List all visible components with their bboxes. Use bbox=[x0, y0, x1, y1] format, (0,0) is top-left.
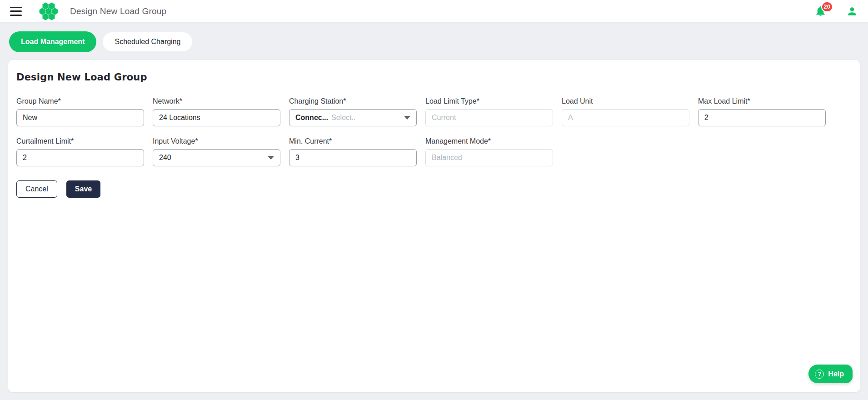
design-load-group-card: Design New Load Group Group Name* Networ… bbox=[8, 60, 860, 392]
page-title: Design New Load Group bbox=[70, 6, 166, 16]
field-label: Max Load Limit* bbox=[698, 97, 826, 105]
selected-station-chip: Connec... bbox=[295, 114, 328, 122]
field-min-current: Min. Current* bbox=[289, 137, 417, 166]
load-group-form: Group Name* Network* Charging Station* C… bbox=[16, 97, 852, 166]
chevron-down-icon bbox=[268, 156, 274, 160]
notifications-button[interactable]: 20 bbox=[814, 5, 827, 18]
hexagon-cluster-logo bbox=[39, 2, 58, 21]
cancel-button[interactable]: Cancel bbox=[16, 180, 57, 198]
notification-count-badge: 20 bbox=[821, 1, 833, 12]
group-name-input[interactable] bbox=[16, 109, 144, 126]
charging-station-select[interactable]: Connec... Select.. bbox=[289, 109, 417, 126]
field-label: Load Unit bbox=[562, 97, 689, 105]
question-mark-icon: ? bbox=[815, 370, 824, 379]
tab-bar: Load Management Scheduled Charging bbox=[0, 23, 868, 52]
card-heading: Design New Load Group bbox=[16, 72, 852, 83]
tab-scheduled-charging[interactable]: Scheduled Charging bbox=[103, 32, 192, 51]
field-load-limit-type: Load Limit Type* bbox=[425, 97, 553, 126]
app-header: Design New Load Group 20 bbox=[0, 0, 868, 23]
form-actions: Cancel Save bbox=[16, 180, 852, 198]
field-label: Load Limit Type* bbox=[425, 97, 553, 105]
field-label: Curtailment Limit* bbox=[16, 137, 144, 145]
selected-voltage-value: 240 bbox=[159, 154, 171, 162]
input-voltage-select[interactable]: 240 bbox=[153, 149, 280, 166]
field-label: Input Voltage* bbox=[153, 137, 280, 145]
min-current-input[interactable] bbox=[289, 149, 417, 166]
max-load-limit-input[interactable] bbox=[698, 109, 826, 126]
field-curtailment-limit: Curtailment Limit* bbox=[16, 137, 144, 166]
help-label: Help bbox=[828, 370, 844, 378]
field-input-voltage: Input Voltage* 240 bbox=[153, 137, 280, 166]
field-label: Group Name* bbox=[16, 97, 144, 105]
field-network: Network* bbox=[153, 97, 280, 126]
field-label: Network* bbox=[153, 97, 280, 105]
field-label: Management Mode* bbox=[425, 137, 553, 145]
field-label: Min. Current* bbox=[289, 137, 417, 145]
help-button[interactable]: ? Help bbox=[808, 365, 853, 383]
network-input[interactable] bbox=[153, 109, 280, 126]
profile-button[interactable] bbox=[846, 5, 858, 17]
load-limit-type-input bbox=[425, 109, 553, 126]
field-management-mode: Management Mode* bbox=[425, 137, 553, 166]
field-label: Charging Station* bbox=[289, 97, 417, 105]
field-max-load-limit: Max Load Limit* bbox=[698, 97, 826, 126]
chevron-down-icon bbox=[404, 116, 410, 120]
select-placeholder: Select.. bbox=[331, 114, 355, 122]
menu-icon[interactable] bbox=[10, 7, 22, 16]
save-button[interactable]: Save bbox=[66, 180, 100, 198]
load-unit-input bbox=[562, 109, 689, 126]
field-group-name: Group Name* bbox=[16, 97, 144, 126]
management-mode-input bbox=[425, 149, 553, 166]
person-icon bbox=[846, 5, 858, 17]
curtailment-limit-input[interactable] bbox=[16, 149, 144, 166]
tab-load-management[interactable]: Load Management bbox=[9, 31, 96, 52]
field-load-unit: Load Unit bbox=[562, 97, 689, 126]
field-charging-station: Charging Station* Connec... Select.. bbox=[289, 97, 417, 126]
